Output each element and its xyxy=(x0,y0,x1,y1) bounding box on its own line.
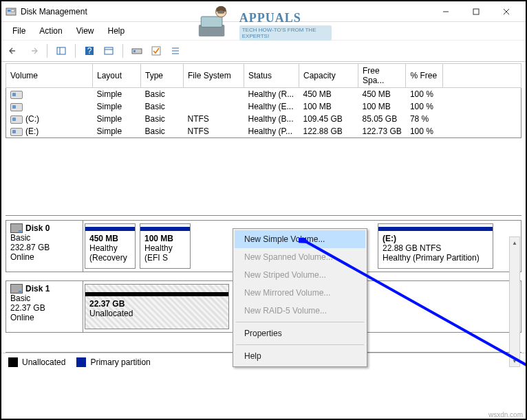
svg-rect-7 xyxy=(57,47,65,54)
menu-action[interactable]: Action xyxy=(34,23,67,38)
svg-text:?: ? xyxy=(87,46,92,56)
legend-primary: Primary partition xyxy=(90,357,150,367)
menu-help[interactable]: Help xyxy=(103,23,131,38)
col-pct[interactable]: % Free xyxy=(406,64,443,88)
svg-rect-15 xyxy=(152,47,160,55)
col-spacer xyxy=(443,64,521,88)
window-title: Disk Management xyxy=(21,7,431,16)
drive-icon xyxy=(10,115,23,124)
attribution: wsxdn.com xyxy=(488,411,523,419)
svg-rect-11 xyxy=(105,47,113,54)
ctx-properties[interactable]: Properties xyxy=(235,324,365,342)
col-status[interactable]: Status xyxy=(244,64,299,88)
ctx-new-mirrored-volume: New Mirrored Volume... xyxy=(235,284,365,302)
legend-swatch-unallocated xyxy=(8,357,18,367)
legend-swatch-primary xyxy=(76,357,86,367)
menubar: File Action View Help xyxy=(1,22,526,41)
toolbar: ? xyxy=(1,41,526,62)
table-row[interactable]: (C:)SimpleBasicNTFSHealthy (B...109.45 G… xyxy=(6,113,521,125)
scroll-up-button[interactable]: ▲ xyxy=(510,237,519,248)
legend-unallocated: Unallocated xyxy=(22,357,65,367)
disk-info[interactable]: Disk 0Basic232.87 GBOnline xyxy=(6,221,83,272)
forward-button[interactable] xyxy=(25,43,41,58)
col-capacity[interactable]: Capacity xyxy=(299,64,358,88)
col-free[interactable]: Free Spa... xyxy=(358,64,406,88)
show-hide-console-button[interactable] xyxy=(53,43,69,58)
minimize-button[interactable] xyxy=(431,2,461,21)
partition[interactable]: 22.37 GBUnallocated xyxy=(85,284,229,329)
disk-info[interactable]: Disk 1Basic22.37 GBOnline xyxy=(6,281,83,332)
back-button[interactable] xyxy=(6,43,22,58)
ctx-help[interactable]: Help xyxy=(235,347,365,365)
col-type[interactable]: Type xyxy=(141,64,184,88)
drive-icon xyxy=(10,103,23,111)
col-volume[interactable]: Volume xyxy=(6,64,93,88)
close-button[interactable] xyxy=(491,2,521,21)
scroll-down-button[interactable]: ▼ xyxy=(510,355,519,366)
app-icon xyxy=(6,6,17,17)
settings-button[interactable] xyxy=(100,43,117,58)
list-button[interactable] xyxy=(167,43,184,58)
ctx-new-spanned-volume: New Spanned Volume... xyxy=(235,248,365,266)
maximize-button[interactable] xyxy=(461,2,491,21)
disk-icon xyxy=(10,284,23,294)
partition[interactable]: 100 MBHealthy (EFI S xyxy=(140,223,191,269)
disk-icon xyxy=(10,223,23,233)
titlebar: Disk Management xyxy=(1,1,526,22)
partition[interactable]: 450 MBHealthy (Recovery xyxy=(85,223,136,269)
col-fs[interactable]: File System xyxy=(184,64,244,88)
svg-rect-4 xyxy=(473,9,479,14)
check-button[interactable] xyxy=(148,43,164,58)
table-row[interactable]: SimpleBasicHealthy (R...450 MB450 MB100 … xyxy=(6,88,521,101)
svg-rect-14 xyxy=(133,50,136,52)
drive-icon xyxy=(10,128,23,136)
volume-table[interactable]: Volume Layout Type File System Status Ca… xyxy=(6,63,521,138)
ctx-new-raid5-volume: New RAID-5 Volume... xyxy=(235,302,365,320)
ctx-new-simple-volume[interactable]: New Simple Volume... xyxy=(235,230,365,248)
svg-rect-1 xyxy=(8,10,10,12)
ctx-new-striped-volume: New Striped Volume... xyxy=(235,266,365,284)
svg-rect-2 xyxy=(11,10,14,12)
disk-action-button[interactable] xyxy=(129,43,145,58)
menu-file[interactable]: File xyxy=(7,23,31,38)
table-row[interactable]: SimpleBasicHealthy (E...100 MB100 MB100 … xyxy=(6,100,521,113)
partition[interactable]: (E:)22.88 GB NTFSHealthy (Primary Partit… xyxy=(378,223,493,269)
help-button[interactable]: ? xyxy=(81,43,98,58)
col-layout[interactable]: Layout xyxy=(93,64,141,88)
context-menu: New Simple Volume... New Spanned Volume.… xyxy=(233,228,367,367)
table-row[interactable]: (E:)SimpleBasicNTFSHealthy (P...122.88 G… xyxy=(6,125,521,138)
menu-view[interactable]: View xyxy=(71,23,100,38)
drive-icon xyxy=(10,91,23,99)
scrollbar-vertical[interactable]: ▲ ▼ xyxy=(509,236,520,367)
